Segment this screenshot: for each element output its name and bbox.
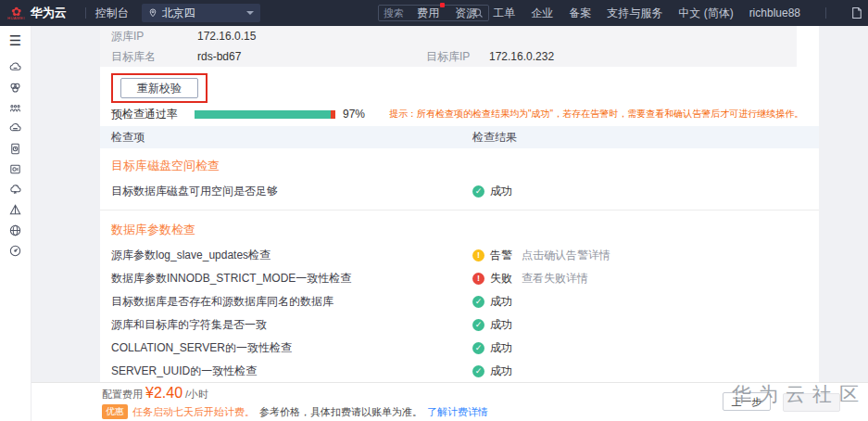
file-sync-icon[interactable]: [8, 141, 23, 156]
topbar-divider: [85, 7, 86, 19]
sidebar: ☰: [0, 26, 31, 421]
check-detail-link[interactable]: 查看失败详情: [522, 271, 588, 287]
precheck-tip: 提示：所有检查项的检查结果均为"成功"，若存在告警时，需要查看和确认告警后才可进…: [389, 108, 803, 121]
globe-icon[interactable]: [8, 223, 23, 237]
target-ip-value: 172.16.0.232: [489, 50, 554, 63]
region-name: 北京四: [162, 6, 195, 21]
check-section: 目标库磁盘空间检查目标数据库磁盘可用空间是否足够成功: [100, 158, 819, 203]
check-item-label: SERVER_UUID的一致性检查: [111, 364, 472, 379]
recheck-button[interactable]: 重新校验: [120, 78, 198, 98]
nav-item-tickets[interactable]: 工单: [493, 6, 515, 21]
check-item-label: 源库参数log_slave_updates检查: [111, 248, 472, 263]
nav-item-icp[interactable]: 备案: [569, 6, 591, 21]
task-detail-box: 源库IP 172.16.0.15 目标库名 rds-bd67 目标库IP 172…: [100, 26, 797, 67]
billing-detail-link[interactable]: 了解计费详情: [427, 405, 488, 419]
nav-item-account[interactable]: richblue88: [749, 6, 800, 19]
cost-line: 配置费用 ¥2.40 /小时: [102, 385, 488, 403]
cloud-migration-icon[interactable]: [8, 182, 23, 197]
detail-row-source: 源库IP 172.16.0.15: [111, 26, 786, 46]
check-item-label: COLLATION_SERVER的一致性检查: [111, 340, 472, 356]
cloud-service-icon[interactable]: [8, 59, 23, 74]
check-result: 告警点击确认告警详情: [472, 248, 610, 263]
check-item-label: 目标数据库是否存在和源数据库同名的数据库: [111, 294, 472, 310]
target-ip-label: 目标库IP: [426, 49, 489, 65]
cost-block: 配置费用 ¥2.40 /小时 优惠 任务启动七天后开始计费。 参考价格，具体扣费…: [102, 385, 488, 419]
check-item-label: 源库和目标库的字符集是否一致: [111, 317, 472, 333]
chevron-down-icon: [246, 11, 254, 15]
database-card-icon[interactable]: [8, 161, 23, 176]
workspace: 源库IP 172.16.0.15 目标库名 rds-bd67 目标库IP 172…: [31, 26, 868, 421]
cost-unit: /小时: [185, 388, 208, 402]
price-note: 参考价格，具体扣费请以账单为准。: [259, 405, 422, 419]
group-waves-icon[interactable]: [8, 100, 23, 115]
column-header-result: 检查结果: [472, 130, 517, 146]
brand-name[interactable]: 华为云: [31, 5, 67, 21]
target-name-value: rds-bd67: [197, 50, 426, 63]
success-icon: [472, 342, 484, 354]
detail-row-target: 目标库名 rds-bd67 目标库IP 172.16.0.232: [111, 46, 786, 67]
check-result: 成功: [472, 184, 512, 199]
section-title: 目标库磁盘空间检查: [100, 158, 819, 174]
document-icon[interactable]: [851, 6, 862, 19]
warning-icon: [472, 249, 484, 262]
status-text: 成功: [490, 184, 512, 199]
check-row: COLLATION_SERVER的一致性检查成功: [100, 337, 819, 360]
status-text: 成功: [490, 317, 512, 333]
obscured-button[interactable]: [783, 393, 840, 412]
cost-value: ¥2.40: [145, 385, 182, 402]
hamburger-menu-icon[interactable]: ☰: [8, 33, 23, 48]
column-header-item: 检查项: [111, 130, 472, 146]
previous-step-button[interactable]: 上一步: [723, 392, 771, 411]
nav-item-enterprise[interactable]: 企业: [531, 6, 553, 21]
nav-item-language[interactable]: 中文 (简体): [678, 6, 733, 21]
check-section: 数据库参数检查源库参数log_slave_updates检查告警点击确认告警详情…: [100, 210, 819, 406]
topbar-divider-2: [825, 7, 826, 19]
nav-item-support[interactable]: 支持与服务: [607, 6, 662, 21]
precheck-progress-fill: [195, 110, 331, 119]
huawei-flower-icon: ✿: [11, 6, 21, 17]
check-item-label: 目标数据库磁盘可用空间是否足够: [111, 184, 472, 199]
region-selector[interactable]: 北京四: [142, 4, 260, 22]
topbar-right: 费用资源工单企业备案支持与服务中文 (简体)richblue88: [417, 0, 862, 26]
source-ip-label: 源库IP: [111, 29, 197, 45]
precheck-row: 预检查通过率 97% 提示：所有检查项的检查结果均为"成功"，若存在告警时，需要…: [111, 106, 819, 122]
check-result: 成功: [472, 340, 512, 356]
content-panel: 源库IP 172.16.0.15 目标库名 rds-bd67 目标库IP 172…: [100, 26, 819, 421]
promo-text: 任务启动七天后开始计费。: [132, 405, 255, 419]
check-row: 目标数据库磁盘可用空间是否足够成功: [100, 180, 819, 203]
cloud-server-icon[interactable]: [8, 121, 23, 135]
topbar: ✿ HUAWEI 华为云 控制台 北京四 费用资源工单企业备案支持与服务中文 (…: [0, 0, 868, 26]
check-row: 目标数据库是否存在和源数据库同名的数据库成功: [100, 290, 819, 313]
check-result: 成功: [472, 294, 512, 310]
success-icon: [472, 185, 484, 198]
check-item-label: 数据库参数INNODB_STRICT_MODE一致性检查: [111, 271, 472, 287]
check-row: 源库参数log_slave_updates检查告警点击确认告警详情: [100, 244, 819, 267]
status-text: 成功: [490, 294, 512, 310]
source-ip-value: 172.16.0.15: [197, 30, 426, 43]
status-text: 告警: [490, 248, 512, 263]
precheck-label: 预检查通过率: [111, 107, 195, 122]
check-detail-link[interactable]: 点击确认告警详情: [522, 248, 610, 263]
console-link[interactable]: 控制台: [95, 6, 129, 21]
success-icon: [472, 319, 484, 331]
huawei-logo[interactable]: ✿ HUAWEI: [7, 6, 25, 20]
check-sections: 目标库磁盘空间检查目标数据库磁盘可用空间是否足够成功数据库参数检查源库参数log…: [100, 158, 819, 406]
nav-item-resources[interactable]: 资源: [455, 6, 477, 21]
prism-icon[interactable]: [8, 202, 23, 217]
nav-item-billing[interactable]: 费用: [417, 6, 439, 21]
table-header: 检查项 检查结果: [100, 126, 819, 148]
cost-label: 配置费用: [102, 388, 143, 402]
precheck-percent: 97%: [343, 108, 365, 121]
check-area: 检查项 检查结果 目标库磁盘空间检查目标数据库磁盘可用空间是否足够成功数据库参数…: [100, 126, 819, 406]
fail-icon: [472, 273, 484, 285]
success-icon: [472, 365, 484, 377]
check-row: 数据库参数INNODB_STRICT_MODE一致性检查失败查看失败详情: [100, 267, 819, 290]
topbar-nav: 费用资源工单企业备案支持与服务中文 (简体)richblue88: [417, 0, 800, 26]
gauge-icon[interactable]: [8, 243, 23, 258]
check-row: 源库和目标库的字符集是否一致成功: [100, 313, 819, 337]
check-row: SERVER_UUID的一致性检查成功: [100, 360, 819, 383]
venn-circles-icon[interactable]: [8, 80, 23, 95]
location-pin-icon: [148, 7, 157, 19]
section-title: 数据库参数检查: [100, 222, 819, 238]
check-result: 成功: [472, 364, 512, 379]
